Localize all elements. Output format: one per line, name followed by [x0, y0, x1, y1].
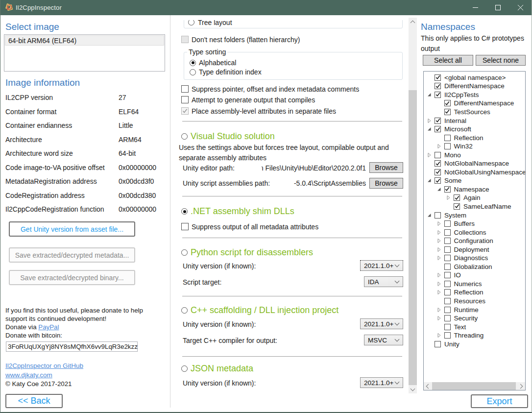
browse-assemblies-path-button[interactable]: Browse: [369, 178, 403, 189]
tree-expander-closed-icon[interactable]: [436, 281, 442, 287]
visual-studio-radio[interactable]: [181, 133, 188, 140]
tree-hscrollbar-thumb[interactable]: [432, 382, 516, 390]
tree-checkbox[interactable]: [435, 74, 441, 81]
tree-row[interactable]: Globalization: [424, 263, 525, 271]
tree-checkbox[interactable]: [444, 332, 451, 339]
get-unity-version-button[interactable]: Get Unity version from asset file...: [9, 221, 135, 237]
tree-checkbox[interactable]: [444, 100, 451, 106]
tree-row[interactable]: TestSources: [424, 108, 525, 117]
cpp-scaffolding-radio[interactable]: [181, 307, 188, 314]
tree-expander-closed-icon[interactable]: [436, 315, 442, 321]
tree-row[interactable]: Buffers: [424, 219, 525, 228]
flatten-checkbox-row[interactable]: Don't nest folders (flatten hierarchy): [181, 36, 300, 43]
back-button[interactable]: << Back: [5, 394, 63, 408]
bitcoin-address-input[interactable]: 3FoRUqUXgYj8NY8sMQfhX6vv9LqR3e2kzz: [6, 341, 138, 352]
tree-row[interactable]: Diagnostics: [424, 254, 525, 263]
select-all-button[interactable]: Select all: [423, 55, 473, 66]
tree-expander-open-icon[interactable]: [426, 212, 433, 219]
export-button[interactable]: Export: [471, 394, 528, 408]
tree-row[interactable]: System: [424, 211, 525, 219]
tree-row[interactable]: DifferentNamespace: [424, 99, 525, 108]
tree-row[interactable]: <global namespace>: [424, 73, 525, 82]
tree-row[interactable]: Microsoft: [424, 125, 525, 134]
tree-checkbox[interactable]: [444, 143, 451, 149]
tree-checkbox[interactable]: [454, 194, 460, 201]
tree-row[interactable]: Il2CppTests: [424, 91, 525, 99]
tree-row[interactable]: NotGlobalNamespace: [424, 159, 525, 168]
minimize-button[interactable]: [464, 0, 486, 15]
unity-assemblies-path-value[interactable]: -5.0.4\ScriptAssemblies: [262, 179, 366, 188]
tree-checkbox[interactable]: [444, 238, 451, 244]
tree-expander-closed-icon[interactable]: [436, 255, 442, 261]
python-script-radio-row[interactable]: Python script for disassemblers: [181, 247, 313, 258]
dotnet-shim-radio-row[interactable]: .NET assembly shim DLLs: [181, 206, 294, 217]
flatten-checkbox[interactable]: [181, 36, 189, 43]
tree-expander-closed-icon[interactable]: [436, 220, 442, 227]
tree-row[interactable]: Namespace: [424, 185, 525, 194]
cpp-compiler-combobox[interactable]: MSVC: [364, 335, 403, 345]
unity-editor-path-value[interactable]: m Files\Unity\Hub\Editor\2020.2.0f1: [262, 164, 366, 172]
attempt-compile-checkbox[interactable]: [181, 96, 189, 103]
tree-checkbox[interactable]: [444, 315, 451, 321]
tree-checkbox[interactable]: [444, 109, 451, 115]
tree-checkbox[interactable]: [444, 135, 451, 141]
tree-expander-closed-icon[interactable]: [426, 152, 433, 158]
attempt-compile-checkbox-row[interactable]: Attempt to generate output that compiles: [181, 96, 315, 103]
tree-checkbox[interactable]: [444, 307, 451, 313]
tree-row[interactable]: DifferentNamespace: [424, 82, 525, 91]
middle-scrollbar-thumb[interactable]: [409, 90, 417, 385]
assembly-attributes-checkbox-row[interactable]: Place assembly-level attributes in separ…: [181, 107, 336, 115]
tree-row[interactable]: Text: [424, 322, 525, 331]
tree-checkbox[interactable]: [444, 229, 451, 236]
python-unity-version-combobox[interactable]: 2021.1.0+: [360, 260, 403, 271]
tree-checkbox[interactable]: [444, 272, 451, 278]
tree-row[interactable]: Reflection: [424, 288, 525, 297]
tree-expander-open-icon[interactable]: [426, 177, 433, 184]
cpp-scaffolding-radio-row[interactable]: C++ scaffolding / DLL injection project: [181, 305, 339, 316]
python-script-radio[interactable]: [181, 249, 188, 256]
tree-checkbox[interactable]: [435, 160, 441, 167]
tree-checkbox[interactable]: [435, 118, 441, 124]
cpp-unity-version-combobox[interactable]: 2021.1.0+: [360, 318, 403, 329]
save-metadata-button[interactable]: Save extracted/decrypted metadata...: [9, 247, 135, 263]
tree-expander-closed-icon[interactable]: [445, 194, 452, 201]
tree-checkbox[interactable]: [444, 246, 451, 253]
tree-expander-open-icon[interactable]: [426, 126, 433, 132]
tree-checkbox[interactable]: [435, 212, 441, 219]
tree-row[interactable]: Some: [424, 176, 525, 185]
tree-checkbox[interactable]: [435, 83, 441, 89]
tree-expander-closed-icon[interactable]: [436, 229, 442, 236]
tree-checkbox[interactable]: [444, 281, 451, 287]
tree-checkbox[interactable]: [444, 264, 451, 270]
tree-row[interactable]: SameLeafName: [424, 202, 525, 211]
assembly-attributes-checkbox[interactable]: [181, 107, 189, 115]
select-none-button[interactable]: Select none: [476, 55, 526, 66]
save-binary-button[interactable]: Save extracted/decrypted binary...: [9, 270, 135, 285]
tree-checkbox[interactable]: [435, 126, 441, 132]
tree-row[interactable]: Mono: [424, 150, 525, 159]
tree-row[interactable]: Security: [424, 314, 525, 323]
suppress-metadata-checkbox[interactable]: [181, 85, 189, 93]
image-listbox-item[interactable]: 64-bit ARM64 (ELF64): [5, 35, 164, 46]
tree-row[interactable]: Runtime: [424, 305, 525, 314]
tree-checkbox[interactable]: [454, 203, 460, 210]
alphabetical-radio[interactable]: [190, 60, 196, 66]
tree-row[interactable]: Numerics: [424, 280, 525, 289]
tree-row[interactable]: Configuration: [424, 237, 525, 245]
tree-checkbox[interactable]: [444, 298, 451, 304]
paypal-link[interactable]: PayPal: [38, 323, 59, 331]
json-unity-version-combobox[interactable]: 2021.1.0+: [360, 377, 403, 388]
tree-row[interactable]: Threading: [424, 331, 525, 340]
maximize-button[interactable]: [486, 0, 509, 15]
tree-row[interactable]: Unity: [424, 340, 525, 348]
tree-expander-closed-icon[interactable]: [436, 246, 442, 253]
tree-row[interactable]: Reflection: [424, 133, 525, 142]
tree-row[interactable]: Again: [424, 194, 525, 202]
tree-checkbox[interactable]: [444, 255, 451, 261]
tree-expander-closed-icon[interactable]: [436, 143, 442, 149]
tree-expander-closed-icon[interactable]: [436, 238, 442, 244]
tree-checkbox[interactable]: [435, 341, 441, 347]
tree-row[interactable]: Resources: [424, 297, 525, 306]
suppress-output-checkbox[interactable]: [181, 223, 189, 230]
tree-expander-closed-icon[interactable]: [426, 118, 433, 124]
